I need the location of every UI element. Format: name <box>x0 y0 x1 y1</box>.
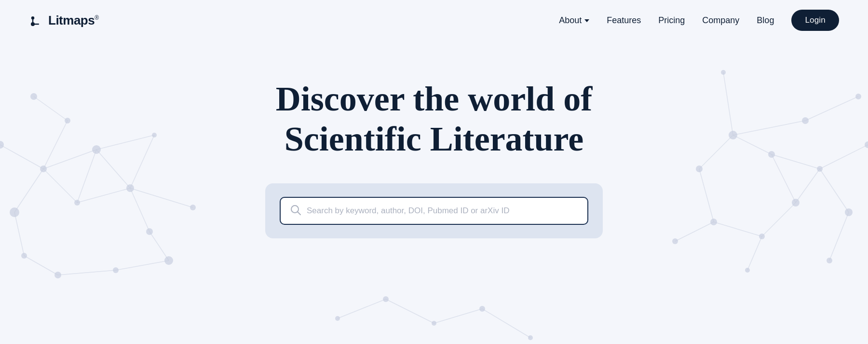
hero-section: Discover the world of Scientific Literat… <box>0 41 868 238</box>
svg-line-71 <box>434 309 482 323</box>
login-button[interactable]: Login <box>791 10 839 31</box>
nav-features[interactable]: Features <box>607 15 641 26</box>
nav-blog[interactable]: Blog <box>757 15 774 26</box>
svg-line-69 <box>386 299 434 323</box>
logo-icon <box>29 13 44 28</box>
search-wrapper <box>265 183 603 238</box>
svg-line-21 <box>116 261 169 270</box>
navbar: Litmaps® About Features Pricing Company … <box>0 0 868 41</box>
hero-title: Discover the world of Scientific Literat… <box>276 79 593 159</box>
search-input[interactable] <box>307 206 578 216</box>
svg-point-77 <box>291 206 298 213</box>
svg-line-72 <box>482 309 530 338</box>
nav-pricing[interactable]: Pricing <box>658 15 685 26</box>
svg-line-23 <box>24 256 58 275</box>
svg-line-61 <box>747 236 762 270</box>
nav-company[interactable]: Company <box>702 15 739 26</box>
nav-links: About Features Pricing Company Blog Logi… <box>559 10 839 31</box>
svg-line-22 <box>58 270 116 275</box>
logo[interactable]: Litmaps® <box>29 13 99 28</box>
logo-text: Litmaps® <box>48 13 99 28</box>
search-icon <box>290 205 301 217</box>
chevron-down-icon <box>584 19 589 22</box>
nav-about[interactable]: About <box>559 15 589 26</box>
svg-line-70 <box>338 299 386 318</box>
svg-line-78 <box>298 212 301 215</box>
search-box <box>280 197 588 225</box>
